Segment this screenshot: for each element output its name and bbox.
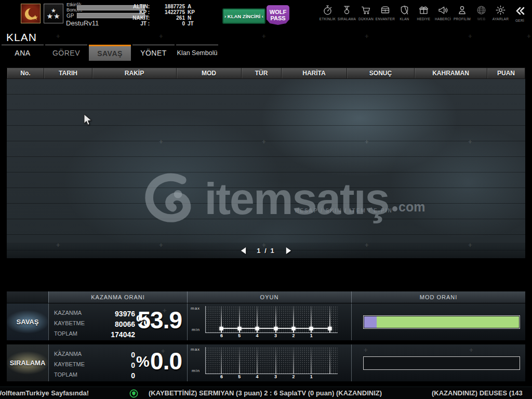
stars-icon: ★★ bbox=[46, 13, 60, 20]
kp-unit: KP bbox=[185, 9, 198, 15]
col-kahraman[interactable]: KAHRAMAN bbox=[415, 68, 487, 78]
x-tick-6: 6 bbox=[220, 333, 223, 338]
x-tick-1: 1 bbox=[310, 333, 313, 338]
nav-etkinlik[interactable]: ETKİNLİK bbox=[318, 5, 337, 21]
cart-icon bbox=[361, 5, 371, 16]
chart-vline bbox=[293, 347, 294, 374]
nav-geri[interactable]: GERİ bbox=[510, 5, 529, 22]
x-tick-3: 3 bbox=[274, 333, 277, 338]
jt-value: 0 bbox=[150, 21, 185, 26]
nav-profilim[interactable]: PROFİLİM bbox=[453, 5, 472, 21]
col-rakip[interactable]: RAKİP bbox=[92, 68, 177, 78]
chart-point bbox=[291, 327, 295, 330]
tab-bar: ANA GÖREV SAVAŞ YÖNET Klan Sembolü bbox=[2, 45, 218, 61]
megaphone-icon bbox=[437, 5, 448, 16]
chart-vline bbox=[275, 347, 276, 374]
altin-label: ALTIN: bbox=[125, 4, 150, 9]
nav-siralama[interactable]: SIRALAMA bbox=[337, 5, 356, 21]
currency-row-nakit: NAKİT: 261 N bbox=[125, 15, 200, 21]
person-icon bbox=[457, 5, 468, 16]
stopwatch-icon bbox=[322, 5, 333, 16]
kp-label: KP : bbox=[125, 9, 150, 15]
news-ticker: WolfteamTurkiye Sayfasında! (KAYBETTİNİZ… bbox=[0, 387, 532, 399]
nav-dukkan[interactable]: DÜKKAN bbox=[356, 5, 376, 21]
nav-ayarlar[interactable]: AYARLAR bbox=[491, 5, 510, 21]
prev-page-button[interactable] bbox=[240, 247, 247, 255]
x-tick-2: 2 bbox=[292, 374, 295, 379]
wolf-pass-label-line2: PASS bbox=[270, 15, 285, 21]
nav-hediye[interactable]: HEDİYE bbox=[414, 5, 433, 21]
crescent-star-icon bbox=[21, 4, 41, 24]
tab-yonet[interactable]: YÖNET bbox=[132, 45, 175, 61]
col-tarih[interactable]: TARIH bbox=[44, 68, 92, 78]
wolf-pass-button[interactable]: WOLF PASS bbox=[267, 5, 289, 25]
chart-point bbox=[220, 327, 223, 330]
header-oyun: OYUN bbox=[187, 291, 351, 303]
stats-row-savas: SAVAŞ KAZANMA 93976 KAYBETME 80066 TOPLA… bbox=[7, 303, 525, 340]
username: DestuRv11 bbox=[66, 19, 99, 27]
currency-row-jt: JT : 0 JT bbox=[125, 21, 200, 26]
tab-gorev[interactable]: GÖREV bbox=[45, 45, 87, 61]
nav-envanter[interactable]: ENVANTER bbox=[376, 5, 395, 21]
nav-web[interactable]: WEB bbox=[472, 5, 491, 21]
chart-vline bbox=[221, 347, 222, 374]
altin-unit: A bbox=[185, 4, 198, 9]
savas-mod-orani-cell bbox=[351, 303, 525, 340]
table-header: No. TARIH RAKİP MOD TÜR HARİTA SONUÇ KAH… bbox=[7, 68, 525, 79]
table-body-empty: itemsatış HESAP / SKIN / ITEM / E-PIN co… bbox=[7, 79, 525, 258]
percent-sign: % bbox=[136, 353, 150, 370]
col-tur[interactable]: TÜR bbox=[242, 68, 282, 78]
mod-segment-green bbox=[377, 316, 519, 328]
klan-zinciri-button[interactable]: › KLAN ZİNCİRİ ‹ bbox=[222, 8, 265, 24]
oyun-chart-siralama: max min 6 5 4 3 2 1 bbox=[188, 344, 351, 381]
tab-savas[interactable]: SAVAŞ bbox=[89, 45, 131, 61]
titlebar: KLAN ANA GÖREV SAVAŞ YÖNET Klan Sembolü bbox=[0, 29, 532, 68]
rank-icon[interactable]: ★ ★★ bbox=[44, 4, 63, 23]
nav-haberci[interactable]: HABERCİ bbox=[433, 5, 453, 21]
axis-min-label: min bbox=[192, 327, 200, 332]
topbar: ★ ★★ Etkinlik Bonusu GP DestuRv11 ALTIN:… bbox=[0, 0, 532, 29]
winrate-percent: 0.0 bbox=[150, 347, 182, 375]
clan-emblem-icon[interactable] bbox=[21, 4, 41, 23]
chest-icon bbox=[380, 5, 391, 16]
col-harita[interactable]: HARİTA bbox=[282, 68, 347, 78]
chart-plot-area: 6 5 4 3 2 1 bbox=[205, 347, 338, 374]
stats-row-siralama: SIRALAMA KAZANMA 0 KAYBETME 0 TOPLAM 0 %… bbox=[7, 344, 525, 381]
header-mod-orani: MOD ORANI bbox=[351, 291, 525, 303]
wolf-pass-label-line1: WOLF bbox=[270, 9, 286, 15]
next-page-button[interactable] bbox=[285, 247, 292, 255]
currency-row-altin: ALTIN: 1887725 A bbox=[125, 4, 200, 9]
tab-klan-sembolu[interactable]: Klan Sembolü bbox=[176, 45, 218, 61]
axis-max-label: max bbox=[191, 347, 200, 352]
ticker-left-text: WolfteamTurkiye Sayfasında! bbox=[0, 389, 89, 397]
col-mod[interactable]: MOD bbox=[177, 68, 242, 78]
chart-point bbox=[310, 327, 313, 330]
gp-label: GP bbox=[66, 13, 74, 19]
jt-label: JT : bbox=[125, 21, 150, 26]
axis-min-label: min bbox=[192, 368, 200, 373]
stats-header: KAZANMA ORANI OYUN MOD ORANI bbox=[7, 291, 525, 303]
nakit-label: NAKİT: bbox=[125, 15, 150, 21]
tab-ana[interactable]: ANA bbox=[2, 45, 44, 61]
chart-vline bbox=[311, 347, 312, 374]
kaybetme-value: 0 bbox=[89, 361, 135, 369]
toplam-label: TOPLAM bbox=[54, 330, 77, 337]
kazanma-value: 93976 bbox=[89, 310, 135, 318]
oyun-chart-savas: max min bbox=[188, 303, 351, 340]
axis-max-label: max bbox=[191, 306, 200, 311]
col-no[interactable]: No. bbox=[7, 68, 44, 78]
kazanma-label: KAZANMA bbox=[54, 351, 82, 357]
col-puan[interactable]: PUAN bbox=[487, 68, 525, 78]
page-title: KLAN bbox=[6, 31, 37, 44]
stats-header-stub bbox=[7, 291, 48, 303]
siralama-oyun-chart-cell: max min 6 5 4 3 2 1 bbox=[187, 344, 351, 381]
nav-klan[interactable]: KLAN bbox=[395, 5, 414, 21]
col-sonuc[interactable]: SONUÇ bbox=[347, 68, 415, 78]
double-chevron-left-icon bbox=[514, 5, 526, 17]
gear-icon bbox=[495, 5, 506, 16]
currency-panel: ALTIN: 1887725 A KP : 1422775 KP NAKİT: … bbox=[125, 4, 200, 26]
x-tick-5: 5 bbox=[238, 333, 241, 338]
kazanma-value: 0 bbox=[89, 351, 135, 359]
pagination: 1 / 1 bbox=[7, 243, 525, 258]
ticker-right-text: (KAZANDINIZ) DEUSES (143 bbox=[432, 389, 523, 397]
